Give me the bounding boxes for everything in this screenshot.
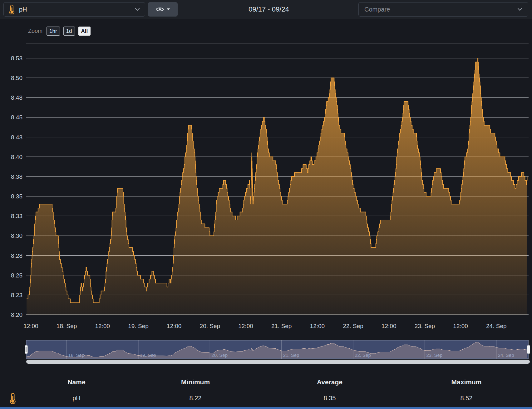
navigator-day-label: 20. Sep — [211, 352, 228, 358]
x-axis-label: 18. Sep — [57, 323, 77, 329]
x-axis-label: 12:00 — [238, 323, 253, 329]
row-ph-name: pH — [72, 395, 81, 402]
x-axis-label: 12:00 — [382, 323, 397, 329]
eye-icon — [156, 7, 164, 12]
y-axis-label: 8.23 — [11, 292, 22, 298]
x-axis-label: 19. Sep — [128, 323, 149, 329]
x-axis-label: 12:00 — [167, 323, 182, 329]
zoom-label: Zoom — [28, 28, 42, 34]
y-axis-label: 8.25 — [11, 272, 22, 279]
navigator-day-label: 18. Sep — [68, 352, 85, 358]
col-header-maximum: Maximum — [451, 378, 482, 386]
col-header-minimum: Minimum — [181, 378, 210, 386]
navigator-day-label: 23. Sep — [426, 352, 442, 358]
y-axis-label: 8.38 — [11, 173, 22, 180]
zoom-1hr-button[interactable]: 1hr — [47, 27, 60, 36]
y-axis-label: 8.45 — [11, 114, 22, 121]
navigator-day-label: 24. Sep — [498, 352, 514, 358]
x-axis-label: 12:00 — [310, 323, 325, 329]
y-axis-label: 8.53 — [11, 55, 22, 62]
x-axis-label: 20. Sep — [200, 323, 220, 329]
x-axis-label: 12:00 — [95, 323, 110, 329]
caret-down-icon — [167, 8, 170, 10]
chevron-down-icon — [135, 8, 140, 11]
navigator-handle-right[interactable] — [527, 345, 530, 354]
x-axis-label: 12:00 — [453, 323, 468, 329]
visibility-menu-button[interactable] — [148, 2, 178, 17]
row-ph-minimum: 8.22 — [190, 395, 202, 402]
zoom-all-button[interactable]: All — [78, 27, 91, 36]
scrollbar[interactable] — [26, 360, 530, 364]
top-bar: pH 09/17 - 09/24 Compare — [0, 0, 532, 19]
y-axis-label: 8.48 — [11, 94, 22, 101]
ph-area-chart[interactable]: 8.208.238.258.288.308.338.358.388.408.43… — [0, 19, 532, 333]
zoom-controls: Zoom 1hr 1d All — [28, 27, 91, 36]
navigator-day-label: 22. Sep — [355, 352, 371, 358]
navigator-handle-left[interactable] — [25, 345, 28, 354]
y-axis-label: 8.40 — [11, 154, 22, 160]
y-axis-label: 8.30 — [11, 232, 22, 239]
thermometer-icon — [9, 4, 15, 14]
y-axis-label: 8.28 — [11, 252, 22, 259]
x-axis-label: 22. Sep — [343, 323, 363, 329]
ph-series-area — [27, 58, 527, 315]
row-ph-average: 8.35 — [324, 395, 336, 402]
thermometer-icon — [9, 392, 16, 404]
y-axis-label: 8.20 — [11, 312, 22, 318]
chevron-down-icon — [517, 8, 522, 11]
navigator-day-label: 21. Sep — [283, 352, 299, 358]
y-axis-label: 8.43 — [11, 134, 22, 141]
row-ph-maximum: 8.52 — [461, 395, 473, 402]
y-axis-label: 8.50 — [11, 75, 22, 81]
y-axis-label: 8.35 — [11, 193, 22, 200]
zoom-1d-button[interactable]: 1d — [63, 27, 75, 36]
sensor-select[interactable]: pH — [3, 2, 145, 17]
col-header-name: Name — [67, 378, 85, 386]
navigator[interactable]: 18. Sep19. Sep20. Sep21. Sep22. Sep23. S… — [0, 339, 532, 361]
compare-select[interactable]: Compare — [358, 2, 528, 17]
sensor-select-label: pH — [19, 6, 27, 13]
x-axis-label: 12:00 — [23, 323, 38, 329]
y-axis-label: 8.33 — [11, 213, 22, 219]
date-range-label: 09/17 - 09/24 — [249, 5, 289, 13]
x-axis-label: 24. Sep — [486, 323, 507, 329]
compare-placeholder: Compare — [364, 6, 390, 13]
col-header-average: Average — [317, 378, 342, 386]
x-axis-label: 21. Sep — [271, 323, 292, 329]
navigator-day-label: 19. Sep — [140, 352, 156, 358]
bottom-accent-bar — [0, 407, 532, 409]
x-axis-label: 23. Sep — [415, 323, 435, 329]
